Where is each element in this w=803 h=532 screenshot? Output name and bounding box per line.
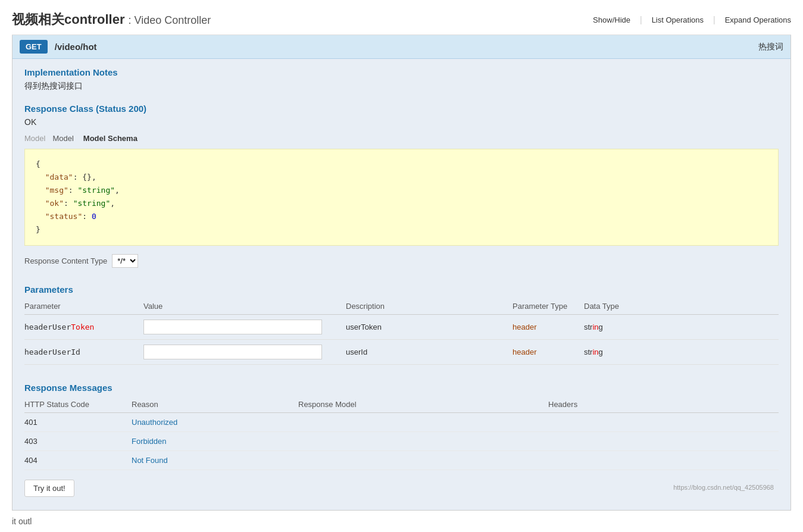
method-badge: GET	[20, 40, 48, 54]
response-messages-title: Response Messages	[24, 383, 779, 393]
show-hide-link[interactable]: Show/Hide	[593, 15, 630, 24]
param-row-2: headerUserId userId header string	[24, 339, 779, 364]
schema-tab[interactable]: Model Schema	[81, 133, 140, 144]
controller-title: 视频相关controller : Video Controller	[12, 11, 211, 29]
param-name-2: headerUserId	[24, 348, 80, 356]
schema-ok-val: "string"	[73, 199, 111, 208]
param-col-header: Parameter	[24, 298, 143, 315]
response-row-403: 403 Forbidden	[24, 431, 779, 450]
reason-col-header: Reason	[132, 396, 298, 413]
param-name-1: headerUserToken	[24, 323, 94, 331]
parameters-section: Parameters Parameter Value Description P…	[13, 282, 790, 380]
try-it-out-button[interactable]: Try it out!	[24, 480, 74, 497]
controller-name: 视频相关controller	[12, 12, 124, 27]
parameters-table: Parameter Value Description Parameter Ty…	[24, 298, 779, 365]
param-datatype-1: string	[584, 323, 603, 331]
content-type-select[interactable]: */*	[112, 254, 138, 268]
schema-msg-val: "string"	[77, 186, 115, 195]
controller-subtitle: : Video Controller	[129, 14, 211, 26]
schema-ok-key: "ok"	[45, 199, 64, 208]
endpoint-description: 热搜词	[758, 42, 783, 52]
response-messages-section: Response Messages HTTP Status Code Reaso…	[13, 380, 790, 510]
param-desc-1: userToken	[346, 323, 382, 331]
response-class-status: OK	[24, 117, 779, 127]
schema-msg-key: "msg"	[45, 186, 68, 195]
response-content-label: Response Content Type	[24, 256, 107, 265]
header-actions: Show/Hide | List Operations | Expand Ope…	[593, 15, 791, 24]
response-row-404: 404 Not Found	[24, 450, 779, 470]
response-model-404	[298, 450, 548, 470]
schema-status-val: 0	[92, 212, 96, 221]
headers-401	[548, 412, 779, 431]
headers-404	[548, 450, 779, 470]
desc-col-header: Description	[346, 298, 513, 315]
watermark-text: https://blog.csdn.net/qq_42505968	[673, 481, 779, 495]
implementation-notes-text: 得到热搜词接口	[24, 81, 779, 92]
data-type-col-header: Data Type	[584, 298, 779, 315]
reason-404: Not Found	[132, 456, 168, 465]
schema-status-key: "status"	[45, 212, 83, 221]
model-tabs: Model Model Model Schema	[24, 133, 779, 144]
endpoint-bar: GET /video/hot 热搜词	[13, 35, 790, 59]
response-content-type-row: Response Content Type */*	[24, 254, 779, 268]
http-code-col-header: HTTP Status Code	[24, 396, 132, 413]
param-type-col-header: Parameter Type	[513, 298, 584, 315]
status-code-403: 403	[24, 437, 38, 446]
response-messages-table: HTTP Status Code Reason Response Model H…	[24, 396, 779, 470]
response-model-403	[298, 431, 548, 450]
bottom-text: it outl	[12, 514, 791, 526]
schema-box: { "data": {}, "msg": "string", "ok": "st…	[24, 149, 779, 246]
param-datatype-2: string	[584, 348, 603, 356]
param-type-1: header	[513, 323, 536, 331]
implementation-notes-title: Implementation Notes	[24, 67, 779, 77]
param-desc-2: userId	[346, 348, 367, 356]
response-class-title: Response Class (Status 200)	[24, 104, 779, 114]
reason-401: Unauthorized	[132, 418, 177, 427]
param-value-input-2[interactable]	[143, 345, 322, 359]
controller-header: 视频相关controller : Video Controller Show/H…	[12, 6, 791, 35]
schema-data-key: "data"	[45, 173, 73, 181]
param-type-2: header	[513, 348, 536, 356]
model-tab[interactable]: Model	[50, 133, 76, 144]
response-model-401	[298, 412, 548, 431]
footer-row: Try it out! https://blog.csdn.net/qq_425…	[24, 480, 779, 504]
schema-data-val: {}	[82, 173, 92, 181]
content-area: GET /video/hot 热搜词 Implementation Notes …	[12, 35, 791, 511]
value-col-header: Value	[143, 298, 346, 315]
list-operations-link[interactable]: List Operations	[652, 15, 704, 24]
headers-col-header: Headers	[548, 396, 779, 413]
implementation-notes-section: Implementation Notes 得到热搜词接口	[13, 59, 790, 100]
reason-403: Forbidden	[132, 437, 167, 446]
response-row-401: 401 Unauthorized	[24, 412, 779, 431]
model-label: Model	[24, 134, 45, 143]
param-row-1: headerUserToken userToken header	[24, 314, 779, 339]
param-value-input-1[interactable]	[143, 320, 322, 334]
headers-403	[548, 431, 779, 450]
response-class-section: Response Class (Status 200) OK Model Mod…	[13, 100, 790, 282]
response-model-col-header: Response Model	[298, 396, 548, 413]
status-code-404: 404	[24, 456, 38, 465]
endpoint-path: /video/hot	[55, 42, 758, 52]
parameters-title: Parameters	[24, 284, 779, 295]
expand-operations-link[interactable]: Expand Operations	[725, 15, 791, 24]
status-code-401: 401	[24, 418, 38, 427]
